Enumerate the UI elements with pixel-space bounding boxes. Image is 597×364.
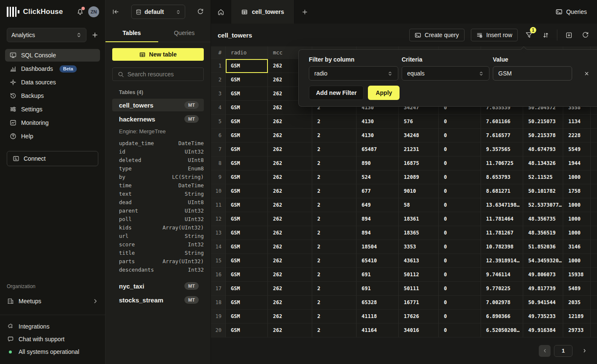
table-cell[interactable]: 9010 xyxy=(399,184,439,198)
row-number[interactable]: 18 xyxy=(211,296,226,310)
workspace-select[interactable]: Analytics xyxy=(7,28,86,42)
table-cell[interactable]: 54.3459320… xyxy=(523,254,563,268)
table-cell[interactable]: 2 xyxy=(312,324,357,337)
table-cell[interactable]: 2 xyxy=(312,129,357,143)
table-cell[interactable]: 50.941544 xyxy=(523,296,563,310)
table-cell[interactable]: GSM xyxy=(226,324,268,337)
table-cell[interactable]: 2 xyxy=(312,282,357,296)
tab-queries[interactable]: Queries xyxy=(158,24,211,42)
sidebar-item-backups[interactable]: Backups xyxy=(5,89,100,102)
table-cell[interactable]: 12189 xyxy=(563,310,591,324)
table-cell[interactable]: 18361 xyxy=(399,212,439,226)
table-cell[interactable]: 576 xyxy=(399,115,439,129)
row-number[interactable]: 4 xyxy=(211,101,226,115)
table-cell[interactable]: 2 xyxy=(312,143,357,156)
table-cell[interactable]: 11.706725 xyxy=(481,156,523,170)
table-cell[interactable]: GSM xyxy=(226,212,268,226)
remove-filter-icon[interactable] xyxy=(581,66,592,81)
sidebar-item-settings[interactable]: Settings xyxy=(5,103,100,116)
table-cell[interactable]: 0 xyxy=(439,115,481,129)
table-cell[interactable]: 49.735233 xyxy=(523,310,563,324)
table-cell[interactable]: 2 xyxy=(312,254,357,268)
refresh-button[interactable] xyxy=(580,30,590,40)
notifications-bell-icon[interactable] xyxy=(76,8,84,16)
table-cell[interactable]: 262 xyxy=(268,310,312,324)
row-number[interactable]: 9 xyxy=(211,170,226,184)
table-cell[interactable]: 0 xyxy=(439,212,481,226)
table-cell[interactable]: 1944 xyxy=(563,156,591,170)
table-cell[interactable]: 13.6347198… xyxy=(481,198,523,212)
table-cell[interactable]: 50.215378 xyxy=(523,129,563,143)
table-cell[interactable]: 262 xyxy=(268,129,312,143)
table-cell[interactable]: 890 xyxy=(357,156,399,170)
table-cell[interactable]: 48.134326 xyxy=(523,156,563,170)
table-cell[interactable]: 1000 xyxy=(563,170,591,184)
table-cell[interactable]: 0 xyxy=(439,156,481,170)
table-cell[interactable]: 2 xyxy=(312,198,357,212)
table-cell[interactable]: 8.653793 xyxy=(481,170,523,184)
table-cell[interactable]: GSM xyxy=(226,254,268,268)
table-cell[interactable]: 34016 xyxy=(399,324,439,337)
column-header-rownum[interactable]: # xyxy=(211,46,226,59)
table-cell[interactable]: 48.356519 xyxy=(523,226,563,240)
table-cell[interactable]: 262 xyxy=(268,198,312,212)
table-cell[interactable]: 262 xyxy=(268,226,312,240)
filter-value-input[interactable] xyxy=(493,66,572,81)
table-cell[interactable]: 50.215073 xyxy=(523,115,563,129)
tab-cell-towers[interactable]: cell_towers xyxy=(231,0,294,24)
table-cell[interactable]: 5489 xyxy=(563,282,591,296)
table-cell[interactable]: 50111 xyxy=(399,282,439,296)
table-cell[interactable]: 524 xyxy=(357,170,399,184)
row-number[interactable]: 2 xyxy=(211,73,226,87)
table-cell[interactable]: 58 xyxy=(399,198,439,212)
table-cell[interactable]: 1000 xyxy=(563,198,591,212)
sidebar-item-help[interactable]: Help xyxy=(5,130,100,143)
table-cell[interactable]: 18504 xyxy=(357,240,399,254)
table-cell[interactable]: 262 xyxy=(268,156,312,170)
table-cell[interactable]: GSM xyxy=(226,310,268,324)
create-query-button[interactable]: Create query xyxy=(409,29,465,41)
table-cell[interactable]: 3146 xyxy=(563,240,591,254)
table-cell[interactable]: 262 xyxy=(268,240,312,254)
table-cell[interactable]: GSM xyxy=(226,198,268,212)
table-cell[interactable]: 16771 xyxy=(399,296,439,310)
table-cell[interactable]: 11.781464 xyxy=(481,212,523,226)
table-cell[interactable]: 7.002978 xyxy=(481,296,523,310)
column-header-radio[interactable]: radio xyxy=(226,46,268,59)
table-cell[interactable]: 4130 xyxy=(357,115,399,129)
sidebar-item-data-sources[interactable]: Data sources xyxy=(5,76,100,89)
search-box[interactable] xyxy=(112,67,204,81)
table-cell[interactable]: 15938 xyxy=(563,268,591,282)
table-cell[interactable]: 48.674793 xyxy=(523,143,563,156)
table-cell[interactable]: 41118 xyxy=(357,310,399,324)
table-cell[interactable]: 21231 xyxy=(399,143,439,156)
table-cell[interactable]: 9.770225 xyxy=(481,282,523,296)
table-cell[interactable]: 5549 xyxy=(563,143,591,156)
table-cell[interactable]: 6.890366 xyxy=(481,310,523,324)
table-cell[interactable]: 52.11525 xyxy=(523,170,563,184)
table-list-item-stocks-stream[interactable]: stocks_stream MT xyxy=(112,294,204,306)
table-cell[interactable]: 2 xyxy=(312,296,357,310)
table-cell[interactable]: 262 xyxy=(268,282,312,296)
row-number[interactable]: 6 xyxy=(211,129,226,143)
search-input[interactable] xyxy=(127,71,204,78)
table-cell[interactable]: 894 xyxy=(357,212,399,226)
sidebar-footer-integrations[interactable]: Integrations xyxy=(7,321,98,332)
table-cell[interactable]: 50.101782 xyxy=(523,184,563,198)
table-cell[interactable]: 262 xyxy=(268,324,312,337)
new-table-button[interactable]: New table xyxy=(112,48,204,61)
refresh-icon[interactable] xyxy=(197,8,204,15)
sidebar-item-meetups[interactable]: Meetups xyxy=(7,295,98,307)
row-number[interactable]: 20 xyxy=(211,324,226,337)
table-cell[interactable]: GSM xyxy=(226,296,268,310)
sidebar-item-sql-console[interactable]: SQL Console xyxy=(5,49,100,62)
row-number[interactable]: 15 xyxy=(211,254,226,268)
table-cell[interactable]: GSM xyxy=(226,240,268,254)
download-button[interactable] xyxy=(564,30,574,40)
table-cell[interactable]: 1758 xyxy=(563,184,591,198)
table-cell[interactable]: 1000 xyxy=(563,254,591,268)
table-cell[interactable]: 262 xyxy=(268,184,312,198)
table-cell[interactable]: GSM xyxy=(226,226,268,240)
add-new-filter-button[interactable]: Add new Filter xyxy=(309,86,364,100)
table-cell[interactable]: 262 xyxy=(268,268,312,282)
